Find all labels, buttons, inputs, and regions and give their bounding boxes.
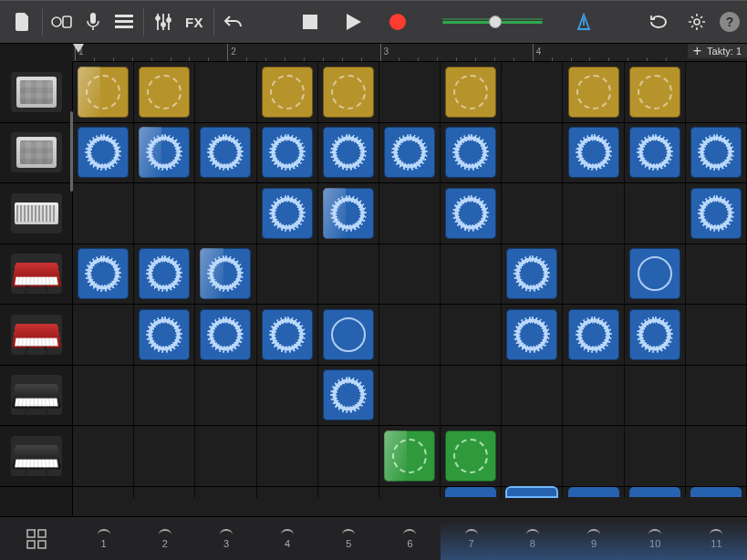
- grid-cell[interactable]: [195, 183, 256, 244]
- column-trigger[interactable]: 11: [686, 517, 747, 560]
- loop-cell[interactable]: [690, 188, 742, 239]
- grid-cell[interactable]: [318, 305, 379, 365]
- grid-cell[interactable]: [257, 426, 318, 486]
- grid-cell[interactable]: [441, 62, 502, 122]
- loop-cell[interactable]: [445, 67, 496, 118]
- grid-cell[interactable]: [563, 426, 624, 486]
- grid-cell[interactable]: [686, 244, 747, 305]
- grid-cell[interactable]: [195, 426, 256, 486]
- grid-cell[interactable]: [502, 426, 563, 486]
- grid-cell[interactable]: [318, 123, 379, 183]
- loop-cell[interactable]: [384, 430, 435, 482]
- loop-cell[interactable]: [506, 248, 557, 299]
- grid-cell[interactable]: [195, 244, 256, 305]
- loop-cell[interactable]: [78, 127, 129, 178]
- track-header[interactable]: [0, 62, 72, 123]
- loop-cell[interactable]: [506, 309, 557, 360]
- column-trigger[interactable]: 7: [441, 517, 502, 560]
- grid-cell[interactable]: [73, 305, 134, 365]
- grid-cell[interactable]: [134, 487, 195, 498]
- loop-cell[interactable]: [445, 188, 496, 239]
- grid-cell[interactable]: [134, 244, 195, 305]
- grid-cell[interactable]: [318, 62, 379, 122]
- grid-cell[interactable]: [379, 487, 441, 498]
- loop-cell[interactable]: [78, 67, 129, 118]
- record-icon[interactable]: [382, 6, 413, 37]
- grid-cell[interactable]: [257, 366, 318, 426]
- grid-cell[interactable]: [441, 487, 502, 498]
- grid-cell[interactable]: [502, 62, 563, 122]
- grid-cell[interactable]: [134, 366, 195, 426]
- add-section-button[interactable]: +: [693, 44, 701, 58]
- grid-cell[interactable]: [134, 305, 195, 365]
- loop-cell[interactable]: [323, 67, 374, 118]
- grid-cell[interactable]: [195, 305, 256, 365]
- grid-cell[interactable]: [379, 244, 441, 305]
- grid-cell[interactable]: [502, 305, 563, 365]
- grid-cell[interactable]: [257, 487, 318, 498]
- playhead-marker[interactable]: [73, 44, 84, 53]
- grid-cell[interactable]: [73, 487, 134, 498]
- grid-cell[interactable]: [318, 426, 379, 486]
- master-volume-slider[interactable]: [442, 16, 543, 28]
- column-trigger[interactable]: 10: [625, 517, 686, 560]
- grid-cell[interactable]: [441, 183, 502, 244]
- grid-cell[interactable]: [73, 426, 134, 486]
- grid-cell[interactable]: [441, 305, 502, 365]
- grid-cell[interactable]: [318, 183, 379, 244]
- grid-cell[interactable]: [502, 244, 563, 305]
- grid-cell[interactable]: [563, 366, 624, 426]
- column-trigger[interactable]: 2: [134, 517, 195, 560]
- loop-cell[interactable]: [384, 127, 435, 178]
- grid-cell[interactable]: [134, 62, 195, 122]
- grid-cell[interactable]: [563, 305, 624, 365]
- grid-cell[interactable]: [441, 123, 502, 183]
- grid-cell[interactable]: [379, 183, 441, 244]
- grid-cell[interactable]: [686, 305, 747, 365]
- loop-cell[interactable]: [139, 127, 190, 178]
- grid-cell[interactable]: [257, 123, 318, 183]
- column-trigger[interactable]: 4: [257, 517, 318, 560]
- fx-button[interactable]: FX: [179, 6, 210, 37]
- grid-cell[interactable]: [73, 244, 134, 305]
- loop-cell[interactable]: [139, 309, 190, 360]
- loop-cell[interactable]: [568, 487, 619, 497]
- track-header[interactable]: [0, 305, 72, 366]
- grid-cell[interactable]: [195, 366, 256, 426]
- grid-cell[interactable]: [686, 426, 747, 486]
- track-header[interactable]: [0, 183, 72, 244]
- grid-cell[interactable]: [441, 426, 502, 486]
- grid-cell[interactable]: [502, 487, 563, 498]
- volume-thumb[interactable]: [489, 16, 502, 28]
- grid-cell[interactable]: [563, 123, 624, 183]
- grid-cell[interactable]: [257, 183, 318, 244]
- grid-cell[interactable]: [441, 244, 502, 305]
- loop-cell[interactable]: [323, 127, 374, 178]
- track-header[interactable]: [0, 244, 72, 306]
- grid-cell[interactable]: [625, 305, 686, 365]
- trackview-icon[interactable]: [109, 6, 140, 37]
- browser-icon[interactable]: [47, 6, 78, 37]
- grid-cell[interactable]: [625, 123, 686, 183]
- grid-cell[interactable]: [195, 487, 256, 498]
- loop-browser-icon[interactable]: [643, 6, 674, 37]
- column-trigger[interactable]: 6: [379, 517, 441, 560]
- grid-cell[interactable]: [379, 123, 441, 183]
- loop-cell[interactable]: [262, 309, 313, 360]
- grid-cell[interactable]: [502, 123, 563, 183]
- loop-cell[interactable]: [445, 430, 496, 482]
- grid-cell[interactable]: [563, 183, 624, 244]
- loop-cell[interactable]: [568, 127, 619, 178]
- loop-cell[interactable]: [262, 127, 313, 178]
- track-header[interactable]: [0, 366, 72, 427]
- grid-cell[interactable]: [563, 487, 624, 498]
- grid-cell[interactable]: [625, 487, 686, 498]
- loop-cell[interactable]: [139, 248, 190, 299]
- loop-cell[interactable]: [629, 309, 680, 360]
- loop-cell[interactable]: [262, 188, 313, 239]
- grid-cell[interactable]: [318, 244, 379, 305]
- grid-cell[interactable]: [134, 123, 195, 183]
- column-trigger[interactable]: 5: [318, 517, 379, 560]
- grid-cell[interactable]: [379, 366, 441, 426]
- grid-cell[interactable]: [73, 183, 134, 244]
